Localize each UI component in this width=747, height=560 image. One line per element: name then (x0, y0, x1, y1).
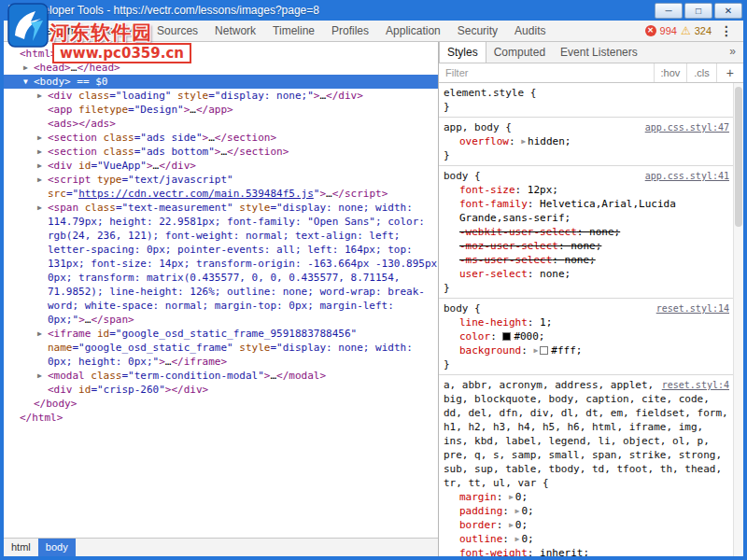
expand-value-icon[interactable]: ▶ (515, 507, 520, 515)
tab-audits[interactable]: Audits (506, 21, 554, 41)
css-property-font-weight[interactable]: font-weight: inherit; (444, 546, 729, 556)
expand-node-icon[interactable]: ▶ (23, 61, 34, 75)
tab-event-listeners[interactable]: Event Listeners (553, 42, 645, 63)
css-property-border[interactable]: border: ▶0; (444, 518, 729, 532)
expand-node-icon[interactable]: ▶ (37, 369, 48, 383)
warning-icon[interactable]: ⚠ (681, 25, 691, 36)
rule-selector[interactable]: body { (444, 302, 481, 315)
pseudo-state-toggle[interactable]: :hov (654, 63, 687, 82)
property-name: overflow (459, 135, 509, 147)
dom-node-ads[interactable]: <ads></ads> (4, 117, 438, 131)
new-style-rule-button[interactable]: + (716, 63, 743, 82)
color-swatch[interactable] (502, 332, 511, 341)
css-property-margin[interactable]: margin: ▶0; (444, 490, 729, 504)
dom-node-div-loading[interactable]: ▶<div class="loading" style="display: no… (4, 89, 438, 103)
css-property-background[interactable]: background: ▶#fff; (444, 343, 729, 357)
code-attr: class (73, 90, 110, 102)
overflow-menu-icon[interactable]: ⋮ (715, 23, 738, 38)
tab-computed[interactable]: Computed (486, 42, 553, 63)
code-tag: <html> (20, 48, 57, 60)
expand-value-icon[interactable]: ▶ (509, 493, 514, 501)
tab-profiles[interactable]: Profiles (323, 21, 377, 41)
dom-node-body[interactable]: ▼<body> == $0 (4, 75, 438, 89)
error-count[interactable]: 994 (660, 25, 677, 36)
dom-node-section-ads-bottom[interactable]: ▶<section class="ads bottom">…</section> (4, 145, 438, 159)
property-name: font-size (459, 184, 515, 196)
code-tag: </script> (332, 188, 388, 200)
dom-node-html-close[interactable]: </html> (4, 411, 438, 425)
tab-application[interactable]: Application (377, 21, 449, 41)
dom-node-modal-term-condition[interactable]: ▶<modal class="term-condition-modal">…</… (4, 369, 438, 383)
dom-node-section-ads-side[interactable]: ▶<section class="ads side">…</section> (4, 131, 438, 145)
css-property-overflow[interactable]: overflow: ▶hidden; (444, 134, 729, 148)
dom-node-span-text-measurement[interactable]: ▶<span class="text-measurement" style="d… (4, 201, 438, 327)
resource-link[interactable]: https://cdn.vectr.com/main.539484f5.js (78, 188, 314, 200)
dom-node-body-close[interactable]: </body> (4, 397, 438, 411)
minimize-button[interactable]: ─ (655, 3, 683, 19)
css-property--webkit-user-select[interactable]: -webkit-user-select: none; (444, 225, 729, 239)
elements-panel: <html>▶<head>…</head>▼<body> == $0▶<div … (4, 42, 439, 556)
scrollbar-thumb[interactable] (735, 87, 742, 227)
css-property--moz-user-select[interactable]: -moz-user-select: none; (444, 239, 729, 253)
dom-node-div-vueapp[interactable]: ▶<div id="VueApp">…</div> (4, 159, 438, 173)
collapse-node-icon[interactable]: ▼ (23, 75, 34, 89)
titlebar[interactable]: Developer Tools - https://vectr.com/less… (4, 0, 743, 21)
css-property--ms-user-select[interactable]: -ms-user-select: none; (444, 253, 729, 267)
expand-node-icon[interactable]: ▶ (37, 145, 48, 159)
expand-value-icon[interactable]: ▶ (521, 137, 526, 146)
rule-selector[interactable]: app, body { (444, 121, 512, 133)
close-button[interactable]: ✕ (714, 3, 742, 19)
dom-node-app[interactable]: <app filetype="Design">…</app> (4, 103, 438, 117)
css-property-color[interactable]: color: #000; (444, 329, 729, 343)
warning-count[interactable]: 324 (695, 25, 712, 36)
expand-node-icon[interactable]: ▶ (37, 201, 48, 215)
rule-selector[interactable]: body { (444, 170, 481, 182)
css-property-outline[interactable]: outline: ▶0; (444, 532, 729, 546)
expand-node-icon[interactable]: ▶ (37, 89, 48, 103)
tab-console[interactable]: Console (91, 21, 148, 41)
stylesheet-source-link[interactable]: app.css.styl:41 (645, 169, 729, 183)
code-tag: </modal> (276, 370, 326, 382)
tab-elements[interactable]: Elements (27, 21, 91, 41)
tab-sources[interactable]: Sources (148, 21, 206, 41)
stylesheet-source-link[interactable]: reset.styl:14 (656, 301, 729, 315)
tab-styles[interactable]: Styles (439, 42, 486, 63)
scrollbar[interactable] (733, 83, 743, 556)
tab-security[interactable]: Security (449, 21, 506, 41)
expand-node-icon[interactable]: ▶ (37, 159, 48, 173)
code-val: ="VueApp" (91, 160, 147, 172)
dom-node-html[interactable]: <html> (4, 47, 438, 61)
crumb-html[interactable]: html (4, 539, 38, 556)
element-class-toggle[interactable]: .cls (686, 63, 716, 82)
css-property-user-select[interactable]: user-select: none; (444, 267, 729, 281)
expand-node-icon[interactable]: ▶ (37, 131, 48, 145)
css-property-line-height[interactable]: line-height: 1; (444, 315, 729, 329)
code-tag: <script (48, 174, 91, 186)
expand-value-icon[interactable]: ▶ (509, 521, 514, 529)
error-icon[interactable]: ✕ (645, 25, 656, 36)
css-property-font-family[interactable]: font-family: Helvetica,Arial,Lucida Gran… (444, 197, 729, 225)
tab-network[interactable]: Network (206, 21, 264, 41)
color-swatch[interactable] (540, 346, 548, 355)
stylesheet-source-link[interactable]: app.css.styl:47 (645, 120, 729, 134)
rule-selector[interactable]: element.style { (444, 87, 536, 99)
tabs-overflow-icon[interactable]: » (722, 42, 743, 63)
tab-timeline[interactable]: Timeline (264, 21, 323, 41)
filter-input[interactable] (439, 63, 654, 82)
inspect-element-icon[interactable] (9, 25, 21, 37)
expand-node-icon[interactable]: ▶ (37, 173, 48, 187)
expand-node-icon[interactable]: ▶ (37, 327, 48, 341)
crumb-body[interactable]: body (38, 539, 76, 556)
dom-node-div-crisp-260[interactable]: <div id="crisp-260"></div> (4, 383, 438, 397)
code-val: =" (66, 188, 78, 200)
css-property-padding[interactable]: padding: ▶0; (444, 504, 729, 518)
dom-node-head[interactable]: ▶<head>…</head> (4, 61, 438, 75)
stylesheet-source-link[interactable]: reset.styl:4 (662, 378, 729, 392)
rule-selector[interactable]: a, abbr, acronym, address, applet, big, … (444, 379, 728, 489)
expand-value-icon[interactable]: ▶ (515, 535, 520, 543)
dom-node-iframe-google-osd[interactable]: ▶<iframe id="google_osd_static_frame_959… (4, 327, 438, 369)
css-property-font-size[interactable]: font-size: 12px; (444, 183, 729, 197)
expand-value-icon[interactable]: ▶ (533, 346, 538, 355)
maximize-button[interactable]: □ (684, 3, 712, 19)
dom-node-script-main-js[interactable]: ▶<script type="text/javascript" src="htt… (4, 173, 438, 201)
